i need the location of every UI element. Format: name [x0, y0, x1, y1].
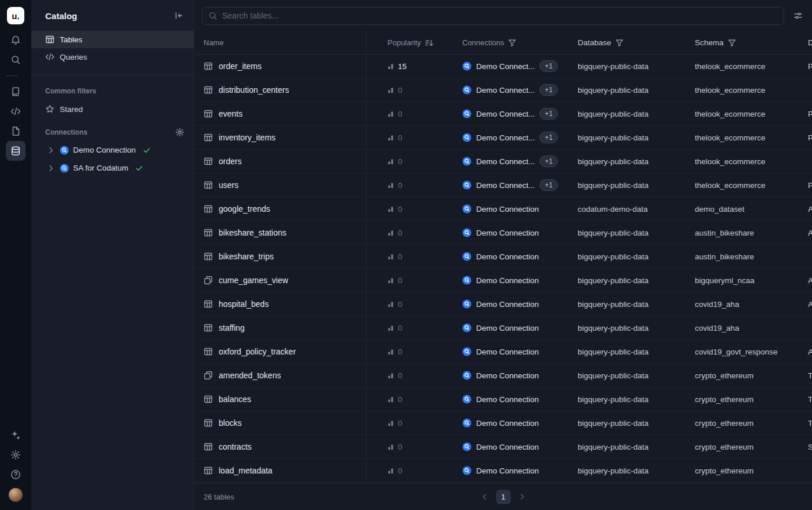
- column-label: Schema: [695, 38, 724, 47]
- cell-name[interactable]: users: [194, 173, 367, 197]
- cell-name[interactable]: amended_tokens: [194, 364, 367, 387]
- table-row[interactable]: order_items15Demo Connect...+1bigquery-p…: [194, 55, 812, 78]
- cell-name[interactable]: balances: [194, 388, 367, 411]
- table-icon: [204, 299, 213, 309]
- gear-icon[interactable]: [6, 445, 26, 465]
- cell-name[interactable]: orders: [194, 150, 367, 173]
- column-header-name[interactable]: Name: [194, 31, 367, 54]
- table-row[interactable]: blocks0Demo Connectionbigquery-public-da…: [194, 411, 812, 435]
- sidebar-item-stared[interactable]: Stared: [31, 100, 194, 118]
- app-logo[interactable]: u.: [7, 7, 24, 24]
- extra-connections-badge[interactable]: +1: [539, 132, 558, 143]
- table-row[interactable]: hospital_beds0Demo Connectionbigquery-pu…: [194, 292, 812, 316]
- panel-collapse-icon[interactable]: [172, 9, 186, 23]
- table-row[interactable]: contracts0Demo Connectionbigquery-public…: [194, 435, 812, 459]
- database-icon[interactable]: [6, 141, 26, 161]
- gear-icon[interactable]: [173, 125, 187, 139]
- cell-name[interactable]: hospital_beds: [194, 292, 367, 316]
- next-page-icon[interactable]: [516, 491, 528, 502]
- connection-name: Demo Connection: [476, 324, 539, 332]
- column-header-popularity[interactable]: Popularity: [367, 31, 455, 54]
- cell-name[interactable]: staffing: [194, 316, 367, 339]
- table-row[interactable]: bikeshare_stations0Demo Connectionbigque…: [194, 221, 812, 245]
- avatar[interactable]: [9, 488, 23, 502]
- cell-name[interactable]: events: [194, 102, 367, 125]
- popularity-value: 0: [398, 157, 403, 166]
- column-header-description-partial[interactable]: D: [803, 31, 812, 54]
- cell-popularity: 0: [367, 78, 455, 102]
- cell-name[interactable]: oxford_policy_tracker: [194, 340, 367, 363]
- cell-name[interactable]: distribution_centers: [194, 78, 367, 102]
- cell-name[interactable]: bikeshare_trips: [194, 245, 367, 268]
- cell-name[interactable]: cume_games_view: [194, 269, 367, 292]
- table-icon: [204, 85, 213, 95]
- sort-desc-icon[interactable]: [425, 38, 434, 48]
- page-number[interactable]: 1: [496, 490, 510, 504]
- extra-connections-badge[interactable]: +1: [539, 155, 558, 167]
- search-input[interactable]: [222, 11, 778, 20]
- code-icon[interactable]: [6, 102, 26, 121]
- cell-name[interactable]: google_trends: [194, 197, 367, 220]
- extra-connections-badge[interactable]: +1: [539, 179, 558, 191]
- table-row[interactable]: distribution_centers0Demo Connect...+1bi…: [194, 78, 812, 102]
- table-row[interactable]: inventory_items0Demo Connect...+1bigquer…: [194, 126, 812, 150]
- database-name: bigquery-public-data: [578, 133, 648, 142]
- bell-icon[interactable]: [6, 30, 26, 50]
- cell-name[interactable]: load_metadata: [194, 459, 367, 482]
- code-icon: [45, 52, 55, 62]
- row-count: 26 tables: [204, 493, 234, 501]
- file-icon[interactable]: [6, 121, 26, 141]
- extra-connections-badge[interactable]: +1: [539, 60, 558, 72]
- icon-rail: u.: [0, 0, 31, 510]
- description-partial: P: [808, 181, 812, 190]
- filter-icon[interactable]: [507, 38, 517, 48]
- table-row[interactable]: amended_tokens0Demo Connectionbigquery-p…: [194, 364, 812, 388]
- sidebar-item-queries[interactable]: Queries: [31, 48, 194, 66]
- table-row[interactable]: bikeshare_trips0Demo Connectionbigquery-…: [194, 245, 812, 269]
- search-bar[interactable]: [202, 7, 784, 25]
- cell-name[interactable]: order_items: [194, 55, 367, 78]
- filter-icon[interactable]: [727, 38, 737, 48]
- sparkles-icon[interactable]: [6, 425, 26, 445]
- book-icon[interactable]: [6, 82, 26, 102]
- extra-connections-badge[interactable]: +1: [539, 108, 558, 120]
- cell-name[interactable]: blocks: [194, 411, 367, 435]
- table-row[interactable]: balances0Demo Connectionbigquery-public-…: [194, 388, 812, 411]
- cell-name[interactable]: contracts: [194, 435, 367, 458]
- sliders-icon[interactable]: [791, 9, 805, 23]
- connections-section-header: Connections: [31, 124, 194, 141]
- table-row[interactable]: load_metadata0Demo Connectionbigquery-pu…: [194, 459, 812, 483]
- table-name: users: [219, 180, 238, 190]
- cell-description-partial: P: [803, 55, 812, 78]
- column-header-database[interactable]: Database: [570, 31, 687, 54]
- cell-name[interactable]: bikeshare_stations: [194, 221, 367, 244]
- prev-page-icon[interactable]: [478, 491, 490, 502]
- column-header-connections[interactable]: Connections: [455, 31, 570, 54]
- table-row[interactable]: events0Demo Connect...+1bigquery-public-…: [194, 102, 812, 126]
- sidebar-item-tables[interactable]: Tables: [31, 31, 194, 48]
- extra-connections-badge[interactable]: +1: [539, 84, 558, 96]
- help-icon[interactable]: [6, 465, 26, 484]
- table-row[interactable]: oxford_policy_tracker0Demo Connectionbig…: [194, 340, 812, 364]
- table-row[interactable]: orders0Demo Connect...+1bigquery-public-…: [194, 150, 812, 173]
- table-row[interactable]: google_trends0Demo Connectioncodatum-dem…: [194, 197, 812, 221]
- database-name: bigquery-public-data: [578, 419, 648, 428]
- connection-name: Demo Connect...: [476, 86, 535, 95]
- filter-icon[interactable]: [615, 38, 624, 48]
- table-row[interactable]: users0Demo Connect...+1bigquery-public-d…: [194, 173, 812, 197]
- schema-name: thelook_ecommerce: [695, 133, 766, 142]
- search-icon[interactable]: [6, 50, 26, 70]
- chevron-right-icon[interactable]: [46, 146, 56, 155]
- cell-connections: Demo Connection: [455, 459, 570, 482]
- cell-name[interactable]: inventory_items: [194, 126, 367, 149]
- connection-label: Demo Connection: [73, 146, 136, 154]
- chevron-right-icon[interactable]: [46, 164, 56, 173]
- connection-item-demo-connection[interactable]: Demo Connection: [31, 141, 194, 159]
- column-header-schema[interactable]: Schema: [687, 31, 803, 54]
- cell-database: bigquery-public-data: [570, 459, 687, 482]
- description-partial: A: [808, 348, 812, 356]
- connection-item-sa-for-codatum[interactable]: SA for Codatum: [31, 159, 194, 177]
- table-row[interactable]: staffing0Demo Connectionbigquery-public-…: [194, 316, 812, 340]
- cell-schema: covid19_aha: [687, 292, 803, 316]
- table-row[interactable]: cume_games_view0Demo Connectionbigquery-…: [194, 269, 812, 292]
